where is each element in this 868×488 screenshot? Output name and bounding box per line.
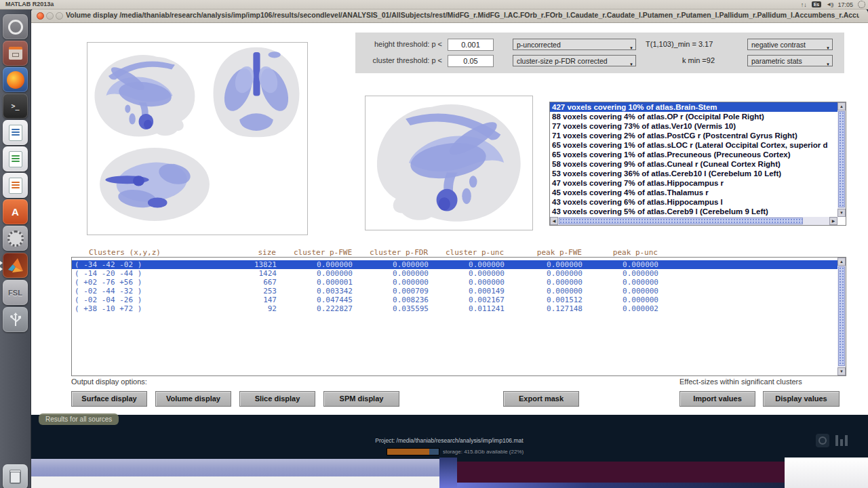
launcher-icon-usb-drive[interactable] (3, 307, 28, 332)
export-mask-button[interactable]: Export mask (503, 391, 579, 407)
chevron-down-icon: ▼ (826, 43, 830, 50)
glass-brain-sagittal-panel[interactable] (365, 96, 533, 230)
storage-text: storage: 415.8Gb available (22%) (443, 449, 524, 455)
col-cluster-punc: cluster p-unc (440, 248, 516, 257)
decor-band-white-right (785, 458, 868, 488)
cluster-table-row[interactable]: ( -02 -04 -26 )147 0.0474450.008236 0.00… (72, 296, 837, 304)
scroll-up-icon[interactable]: ▲ (837, 258, 846, 266)
voxel-list-item[interactable]: 43 voxels covering 5% of atlas.Cereb9 l … (550, 207, 837, 216)
kmin-info: k min =92 (682, 56, 715, 64)
launcher-icon-fsl[interactable]: FSL (3, 280, 28, 305)
launcher-icon-file-manager[interactable] (3, 41, 28, 66)
window-close-button[interactable] (37, 12, 44, 20)
height-threshold-label: height threshold: p < (361, 40, 442, 48)
scroll-left-icon[interactable]: ◀ (550, 217, 558, 225)
cluster-threshold-type-dropdown[interactable]: cluster-size p-FDR corrected▼ (513, 55, 636, 66)
voxel-list-item[interactable]: 43 voxels covering 6% of atlas.Hippocamp… (550, 197, 837, 207)
gear-icon (7, 230, 24, 247)
cluster-table-row[interactable]: ( +38 -10 +72 )92 0.2228270.035595 0.011… (72, 304, 837, 313)
launcher-icon-libreoffice-writer[interactable] (3, 120, 28, 145)
matlab-membrane-icon (7, 258, 24, 274)
session-gear-icon[interactable] (858, 1, 865, 8)
matlab-running-indicator (0, 261, 3, 265)
window-titlebar: Volume display /media/thaniab/research/a… (31, 9, 868, 23)
window-title: Volume display /media/thaniab/research/a… (66, 11, 859, 20)
surface-display-button[interactable]: Surface display (71, 391, 147, 407)
hscroll-thumb[interactable] (559, 218, 803, 224)
project-path-text: Project: /media/thaniab/research/analysi… (31, 437, 868, 444)
sound-icon[interactable]: ◄)) (826, 1, 833, 7)
voxel-list-item[interactable]: 58 voxels covering 9% of atlas.Cuneal r … (550, 159, 837, 169)
drawer-icon (9, 47, 22, 60)
stats-type-dropdown[interactable]: parametric stats▼ (747, 55, 833, 66)
network-arrows-icon[interactable]: ↑↓ (801, 1, 807, 8)
launcher-icon-software-center[interactable]: A (3, 199, 28, 224)
cluster-table[interactable]: ( -34 -42 -02 )13821 0.0000000.000000 0.… (71, 257, 846, 376)
results-tooltip: Results for all sources (39, 413, 119, 425)
desktop: MATLAB R2013a ↑↓ Es ◄)) 17:05 >_ A FSL (0, 0, 868, 488)
launcher-icon-ubuntu-dash[interactable] (3, 14, 28, 39)
contrast-dropdown[interactable]: negative contrast▼ (747, 39, 833, 50)
cluster-table-rows: ( -34 -42 -02 )13821 0.0000000.000000 0.… (72, 260, 837, 375)
launcher-icon-terminal[interactable]: >_ (3, 94, 28, 119)
voxel-list-vscrollbar[interactable]: ▲ ▼ (837, 102, 846, 217)
spm-display-button[interactable]: SPM display (323, 391, 399, 407)
cluster-table-row[interactable]: ( -34 -42 -02 )13821 0.0000000.000000 0.… (72, 260, 837, 269)
height-threshold-input[interactable]: 0.001 (448, 39, 494, 51)
glass-brain-projections-panel[interactable] (87, 42, 308, 235)
threshold-panel: height threshold: p < 0.001 p-uncorrecte… (355, 33, 844, 73)
cluster-table-row[interactable]: ( +02 -76 +56 )667 0.0000010.000000 0.00… (72, 278, 837, 287)
scroll-right-icon[interactable]: ▶ (829, 217, 837, 225)
progress-fill (387, 449, 429, 455)
launcher-icon-libreoffice-impress[interactable] (3, 173, 28, 198)
vscroll-thumb[interactable] (838, 111, 845, 207)
volume-display-button[interactable]: Volume display (155, 391, 231, 407)
progress-segment (429, 449, 439, 455)
cluster-table-row[interactable]: ( -02 -44 -32 )253 0.0033420.000709 0.00… (72, 287, 837, 296)
display-values-button[interactable]: Display values (763, 391, 840, 407)
camera-icon (816, 434, 829, 447)
clock[interactable]: 17:05 (837, 1, 853, 8)
launcher-icon-firefox[interactable] (3, 67, 28, 92)
scroll-down-icon[interactable]: ▼ (837, 209, 846, 217)
decor-band-blue-bottom (457, 483, 785, 488)
voxel-list-hscrollbar[interactable]: ◀ ▶ (550, 217, 837, 225)
height-threshold-type-dropdown[interactable]: p-uncorrected▼ (513, 39, 636, 50)
voxel-atlas-list[interactable]: 427 voxels covering 10% of atlas.Brain-S… (549, 102, 846, 226)
cluster-table-vscrollbar[interactable]: ▲ ▼ (837, 258, 846, 375)
unity-launcher: >_ A FSL (0, 9, 31, 488)
voxel-list-item[interactable]: 45 voxels covering 4% of atlas.Thalamus … (550, 188, 837, 197)
voxel-list-rows: 427 voxels covering 10% of atlas.Brain-S… (550, 102, 837, 217)
keyboard-layout-indicator[interactable]: Es (812, 1, 822, 7)
trash-can-icon (9, 470, 21, 484)
voxel-list-item[interactable]: 88 voxels covering 4% of atlas.OP r (Occ… (550, 112, 837, 121)
col-peak-punc: peak p-unc (594, 248, 670, 257)
voxel-list-item[interactable]: 77 voxels covering 73% of atlas.Ver10 (V… (550, 121, 837, 131)
launcher-icon-matlab[interactable] (3, 253, 28, 278)
launcher-icon-trash[interactable] (3, 464, 28, 488)
window-minimize-button[interactable] (46, 12, 54, 20)
impress-presentation-icon (9, 178, 22, 194)
voxel-list-item[interactable]: 47 voxels covering 7% of atlas.Hippocamp… (550, 178, 837, 188)
launcher-icon-system-settings[interactable] (3, 226, 28, 251)
output-options-label: Output display options: (71, 378, 147, 386)
firefox-globe-icon (7, 71, 24, 89)
col-cluster-pfdr: cluster p-FDR (364, 248, 440, 257)
app-title: MATLAB R2013a (5, 1, 54, 7)
vscroll-thumb[interactable] (838, 266, 845, 366)
cluster-table-row[interactable]: ( -14 -20 -44 )1424 0.0000000.000000 0.0… (72, 269, 837, 278)
cluster-threshold-input[interactable]: 0.05 (448, 55, 494, 67)
scroll-down-icon[interactable]: ▼ (837, 367, 846, 375)
scroll-up-icon[interactable]: ▲ (837, 102, 846, 110)
import-values-button[interactable]: Import values (679, 391, 755, 407)
voxel-list-item[interactable]: 65 voxels covering 1% of atlas.Precuneou… (550, 150, 837, 159)
voxel-list-item[interactable]: 53 voxels covering 36% of atlas.Cereb10 … (550, 169, 837, 178)
voxel-list-item[interactable]: 65 voxels covering 1% of atlas.sLOC r (L… (550, 140, 837, 150)
voxel-list-item[interactable]: 427 voxels covering 10% of atlas.Brain-S… (550, 102, 837, 112)
launcher-icon-libreoffice-calc[interactable] (3, 146, 28, 171)
window-maximize-button[interactable] (56, 12, 63, 20)
col-cluster-pfwe: cluster p-FWE (288, 248, 364, 257)
voxel-list-item[interactable]: 71 voxels covering 2% of atlas.PostCG r … (550, 131, 837, 140)
slice-display-button[interactable]: Slice display (239, 391, 315, 407)
corner-icons (816, 434, 848, 447)
